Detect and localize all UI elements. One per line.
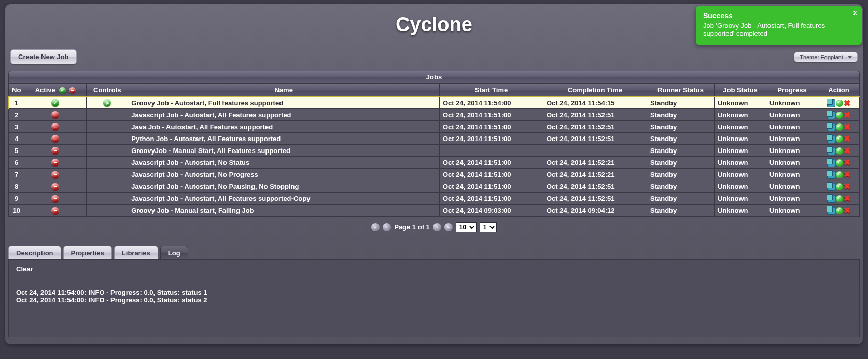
confirm-icon[interactable]	[836, 112, 843, 119]
cell-controls[interactable]	[87, 145, 128, 157]
delete-icon[interactable]: ✖	[844, 208, 850, 214]
tab-description[interactable]: Description	[8, 246, 61, 259]
col-name[interactable]: Name	[128, 84, 440, 97]
tab-libraries[interactable]: Libraries	[114, 246, 158, 259]
col-start[interactable]: Start Time	[440, 84, 543, 97]
delete-icon[interactable]: ✖	[844, 112, 850, 118]
confirm-icon[interactable]	[836, 183, 843, 190]
table-row[interactable]: 2Javascript Job - Autostart, All Feature…	[9, 109, 860, 121]
confirm-icon[interactable]	[836, 159, 843, 167]
delete-icon[interactable]: ✖	[844, 136, 850, 142]
confirm-icon[interactable]	[836, 100, 843, 107]
delete-icon[interactable]: ✖	[844, 100, 850, 106]
table-row[interactable]: 7Javascript Job - Autostart, No Progress…	[9, 169, 860, 181]
play-icon[interactable]	[103, 99, 111, 107]
create-job-button[interactable]: Create New Job	[10, 49, 77, 64]
col-action[interactable]: Action	[818, 84, 860, 97]
copy-icon[interactable]	[828, 159, 835, 167]
cell-active[interactable]	[24, 97, 87, 109]
cell-active[interactable]	[24, 121, 87, 133]
table-row[interactable]: 5GroovyJob - Manual Start, All Features …	[9, 145, 860, 157]
copy-icon[interactable]	[828, 147, 835, 155]
table-row[interactable]: 6Javascript Job - Autostart, No StatusOc…	[9, 157, 860, 169]
confirm-icon[interactable]	[836, 123, 843, 131]
col-jobstatus[interactable]: Job Status	[715, 84, 766, 97]
table-row[interactable]: 8Javascript Job - Autostart, No Pausing,…	[9, 181, 860, 192]
confirm-icon[interactable]	[836, 147, 843, 155]
cell-controls[interactable]	[87, 97, 128, 109]
inactive-icon[interactable]	[51, 123, 59, 131]
inactive-icon[interactable]	[51, 147, 59, 155]
log-clear-link[interactable]: Clear	[16, 265, 33, 273]
cell-controls[interactable]	[87, 204, 128, 216]
cell-active[interactable]	[24, 109, 87, 121]
pager-next-icon[interactable]: ›	[433, 223, 441, 231]
inactive-icon[interactable]	[51, 159, 59, 167]
cell-controls[interactable]	[87, 157, 128, 169]
col-runner[interactable]: Runner Status	[647, 84, 715, 97]
cell-start: Oct 24, 2014 11:51:00	[440, 192, 543, 204]
pager-page-select[interactable]: 1	[480, 222, 497, 232]
tab-log[interactable]: Log	[160, 246, 188, 259]
deactivate-all-icon[interactable]	[69, 87, 76, 94]
copy-icon[interactable]	[828, 123, 835, 131]
cell-controls[interactable]	[87, 169, 128, 181]
cell-controls[interactable]	[87, 109, 128, 121]
confirm-icon[interactable]	[836, 207, 843, 214]
toast-close-icon[interactable]: x	[853, 9, 857, 16]
col-active[interactable]: Active	[24, 84, 87, 97]
col-controls[interactable]: Controls	[87, 84, 128, 97]
cell-active[interactable]	[24, 145, 87, 157]
cell-start: Oct 24, 2014 11:51:00	[440, 169, 543, 181]
confirm-icon[interactable]	[836, 135, 843, 143]
cell-active[interactable]	[24, 133, 87, 145]
col-no[interactable]: No	[9, 84, 24, 97]
table-row[interactable]: 9Javascript Job - Autostart, All Feature…	[9, 192, 860, 204]
pager-prev-icon[interactable]: ‹	[383, 223, 391, 231]
copy-icon[interactable]	[828, 195, 835, 202]
table-row[interactable]: 4Python Job - Autostart, All Features su…	[9, 133, 860, 145]
cell-active[interactable]	[24, 181, 87, 192]
delete-icon[interactable]: ✖	[844, 172, 850, 178]
col-completion[interactable]: Completion Time	[543, 84, 647, 97]
inactive-icon[interactable]	[51, 171, 59, 179]
inactive-icon[interactable]	[51, 135, 59, 143]
table-row[interactable]: 3Java Job - Autostart, All Features supp…	[9, 121, 860, 133]
delete-icon[interactable]: ✖	[844, 196, 850, 202]
copy-icon[interactable]	[828, 135, 835, 143]
copy-icon[interactable]	[828, 183, 835, 190]
active-icon[interactable]	[51, 99, 59, 107]
inactive-icon[interactable]	[51, 207, 59, 215]
delete-icon[interactable]: ✖	[844, 184, 850, 190]
activate-all-icon[interactable]	[59, 87, 66, 94]
copy-icon[interactable]	[828, 171, 835, 178]
table-row[interactable]: 1Groovy Job - Autostart, Full features s…	[9, 97, 860, 109]
tab-properties[interactable]: Properties	[63, 246, 112, 259]
log-panel[interactable]: Clear Oct 24, 2014 11:54:00: INFO - Prog…	[8, 259, 860, 337]
inactive-icon[interactable]	[51, 111, 59, 119]
table-row[interactable]: 10Groovy Job - Manual start, Failing Job…	[9, 204, 860, 216]
pager-size-select[interactable]: 10	[456, 222, 477, 232]
confirm-icon[interactable]	[836, 171, 843, 178]
copy-icon[interactable]	[828, 112, 835, 119]
confirm-icon[interactable]	[836, 195, 843, 202]
inactive-icon[interactable]	[51, 195, 59, 203]
col-progress[interactable]: Progress	[766, 84, 818, 97]
cell-active[interactable]	[24, 192, 87, 204]
cell-controls[interactable]	[87, 192, 128, 204]
delete-icon[interactable]: ✖	[844, 124, 850, 130]
cell-controls[interactable]	[87, 133, 128, 145]
cell-active[interactable]	[24, 169, 87, 181]
cell-controls[interactable]	[87, 121, 128, 133]
theme-select[interactable]: Theme: Eggplant	[794, 52, 858, 62]
pager-first-icon[interactable]: «	[371, 223, 380, 231]
copy-icon[interactable]	[828, 100, 835, 107]
delete-icon[interactable]: ✖	[844, 160, 850, 166]
copy-icon[interactable]	[828, 207, 835, 214]
cell-controls[interactable]	[87, 181, 128, 192]
cell-active[interactable]	[24, 157, 87, 169]
inactive-icon[interactable]	[51, 183, 59, 191]
cell-active[interactable]	[24, 204, 87, 216]
pager-last-icon[interactable]: »	[444, 223, 453, 231]
delete-icon[interactable]: ✖	[844, 148, 850, 154]
